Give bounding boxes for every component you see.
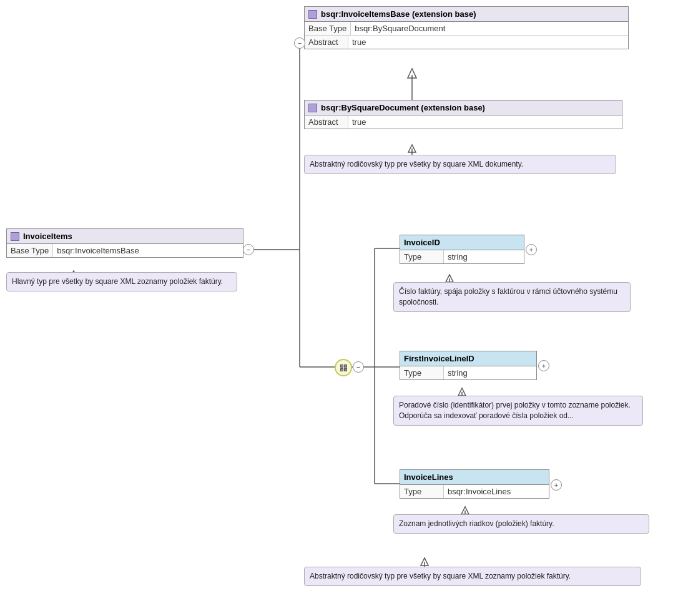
invoice-lines-title: InvoiceLines [404,472,453,482]
invoice-items-base-label-2: Abstract [305,36,348,49]
invoice-items-node: InvoiceItems Base Type bsqr:InvoiceItems… [6,228,243,258]
expand-invoice-lines[interactable]: + [551,479,562,491]
invoice-items-label-1: Base Type [7,244,53,257]
seq-dot-4 [344,368,347,371]
svg-marker-1 [408,69,416,78]
by-square-document-tooltip-text: Abstraktný rodičovský typ pre všetky by … [310,160,523,169]
collapse-seq[interactable]: − [353,361,364,373]
by-square-document-header: bsqr:BySquareDocument (extension base) [305,100,622,115]
first-invoice-line-id-tooltip-text: Poradové číslo (identifikátor) prvej pol… [399,401,631,420]
invoice-items-base-row-2: Abstract true [305,36,628,49]
invoice-lines-tooltip: Zoznam jednotlivých riadkov (položiek) f… [393,514,649,534]
invoice-items-base-value-2: true [348,36,370,49]
invoice-items-base-row-1: Base Type bsqr:BySquareDocument [305,22,628,36]
invoice-lines-node: InvoiceLines Type bsqr:InvoiceLines [400,469,549,499]
seq-icon-inner [340,364,347,371]
by-square-document-title: bsqr:BySquareDocument (extension base) [321,103,485,112]
invoice-id-header: InvoiceID [400,235,524,250]
invoice-id-title: InvoiceID [404,238,440,247]
invoice-lines-label-1: Type [400,485,444,498]
by-square-document-tooltip: Abstraktný rodičovský typ pre všetky by … [304,155,616,174]
invoice-lines-tooltip-text: Zoznam jednotlivých riadkov (položiek) f… [399,519,554,528]
invoice-items-base-title: bsqr:InvoiceItemsBase (extension base) [321,9,476,19]
collapse-icon-3: − [356,363,360,371]
expand-icon-2: + [542,362,546,369]
seq-dot-1 [340,364,343,368]
expand-first-invoice-line-id[interactable]: + [538,360,549,371]
invoice-lines-row-1: Type bsqr:InvoiceLines [400,485,549,498]
invoice-items-base-value-1: bsqr:BySquareDocument [351,22,449,35]
collapse-icon-2: − [247,246,250,253]
invoice-id-row-1: Type string [400,250,524,263]
invoice-lines-value-1: bsqr:InvoiceLines [444,485,514,498]
invoice-items-title: InvoiceItems [23,232,72,241]
first-invoice-line-id-title: FirstInvoiceLineID [404,354,474,363]
sequence-icon[interactable] [335,359,352,376]
seq-dot-2 [344,364,347,368]
by-square-document-row-1: Abstract true [305,115,622,129]
by-square-document-icon [308,104,317,112]
first-invoice-line-id-label-1: Type [400,366,444,379]
invoice-items-tooltip: Hlavný typ pre všetky by square XML zozn… [6,272,237,291]
first-invoice-line-id-node: FirstInvoiceLineID Type string [400,351,537,380]
by-square-document-value-1: true [348,115,370,129]
invoice-items-base-icon [308,10,317,19]
invoice-items-base-header: bsqr:InvoiceItemsBase (extension base) [305,7,628,22]
invoice-id-label-1: Type [400,250,444,263]
svg-marker-14 [461,507,469,514]
invoice-items-value-1: bsqr:InvoiceItemsBase [53,244,143,257]
expand-invoice-id[interactable]: + [526,244,537,255]
invoice-items-base-node: bsqr:InvoiceItemsBase (extension base) B… [304,6,629,49]
diagram-area: bsqr:InvoiceItemsBase (extension base) B… [0,0,678,616]
svg-marker-13 [458,388,466,396]
invoice-lines-header: InvoiceLines [400,470,549,485]
first-invoice-line-id-value-1: string [444,366,471,379]
svg-marker-12 [446,275,453,282]
seq-dot-3 [340,368,343,371]
first-invoice-line-id-header: FirstInvoiceLineID [400,351,536,366]
collapse-icon-1: − [298,39,302,47]
svg-marker-2 [408,145,416,152]
bottom-tooltip: Abstraktný rodičovský typ pre všetky by … [304,567,641,586]
by-square-document-label-1: Abstract [305,115,348,129]
invoice-id-tooltip: Číslo faktúry, spája položky s faktúrou … [393,282,631,312]
invoice-items-tooltip-text: Hlavný typ pre všetky by square XML zozn… [12,277,223,286]
first-invoice-line-id-tooltip: Poradové číslo (identifikátor) prvej pol… [393,396,643,426]
svg-marker-15 [421,558,428,565]
invoice-items-header: InvoiceItems [7,229,243,244]
invoice-id-node: InvoiceID Type string [400,235,524,264]
invoice-id-value-1: string [444,250,471,263]
expand-icon-3: + [554,481,558,489]
bottom-tooltip-text: Abstraktný rodičovský typ pre všetky by … [310,572,571,580]
by-square-document-node: bsqr:BySquareDocument (extension base) A… [304,100,622,129]
first-invoice-line-id-row-1: Type string [400,366,536,379]
collapse-invoice-items-base[interactable]: − [294,37,305,49]
collapse-invoice-items[interactable]: − [243,244,254,255]
invoice-id-tooltip-text: Číslo faktúry, spája položky s faktúrou … [399,287,617,306]
invoice-items-row-1: Base Type bsqr:InvoiceItemsBase [7,244,243,257]
invoice-items-base-label-1: Base Type [305,22,351,35]
expand-icon-1: + [529,246,533,253]
invoice-items-icon [11,232,19,241]
